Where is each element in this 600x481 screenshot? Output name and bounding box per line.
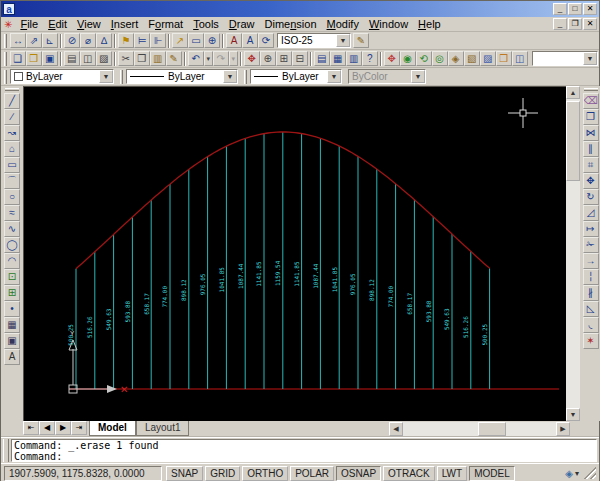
toggle-grid[interactable]: GRID [205,466,240,481]
command-input[interactable]: Command: _.erase 1 found Command: [11,439,597,462]
baseline-dimension-button[interactable]: ⊨ [134,33,150,48]
ellipse-arc-button[interactable]: ◠ [4,253,20,269]
vertical-scrollbar[interactable]: ▲ ▼ [566,86,580,421]
mirror-button[interactable]: ⋈ [583,125,599,141]
paste-button[interactable]: ▥ [150,51,166,66]
diameter-dimension-button[interactable]: ⌀ [80,33,96,48]
command-window-grip[interactable] [3,439,9,462]
plot-button[interactable]: ▤ [64,51,80,66]
chevron-down-icon[interactable]: ▼ [327,70,341,83]
maximize-button[interactable]: □ [568,3,582,15]
minimize-button[interactable]: _ [553,3,567,15]
tool-palettes-button[interactable]: ▥ [346,51,362,66]
zoom-window-button[interactable]: ⊞ [276,51,292,66]
ordinate-dimension-button[interactable]: ⊾ [42,33,58,48]
tab-layout1[interactable]: Layout1 [136,421,190,436]
zoom-previous-button[interactable]: ⊟ [292,51,308,66]
orbit-button[interactable]: ⟲ [416,51,432,66]
menu-format[interactable]: Format [143,17,188,31]
extend-button[interactable]: → [583,253,599,269]
dimension-update-button[interactable]: ⟳ [258,33,274,48]
linetype-control-combo[interactable]: ByLayer ▼ [126,69,238,84]
tab-nav-3-icon[interactable]: ⇥ [71,421,87,435]
dimension-text-edit-button[interactable]: A [242,33,258,48]
cut-button[interactable]: ✂ [118,51,134,66]
continue-dimension-button[interactable]: ⊩ [150,33,166,48]
region-button[interactable]: ▣ [4,333,20,349]
undo-list-arrow-button[interactable]: ▾ [204,51,213,66]
spline-button[interactable]: ∿ [4,221,20,237]
pan-hand-button[interactable]: ✥ [384,51,400,66]
toggle-snap[interactable]: SNAP [166,466,203,481]
chevron-down-icon[interactable]: ▼ [336,34,350,47]
tolerance-button[interactable]: ▭ [188,33,204,48]
erase-button[interactable]: ⌫ [583,93,599,109]
zoom-realtime-button[interactable]: ⊕ [260,51,276,66]
redo-button[interactable]: ↷ [213,51,229,66]
rotate-button[interactable]: ↻ [583,189,599,205]
scale-button[interactable]: ◿ [583,205,599,221]
toolbar-grip[interactable] [244,70,247,84]
offset-button[interactable]: ∥ [583,141,599,157]
quick-leader-button[interactable]: ↗ [172,33,188,48]
dimension-edit-button[interactable]: A [226,33,242,48]
break-button[interactable]: ∦ [583,285,599,301]
menu-insert[interactable]: Insert [106,17,144,31]
quickcalc-button[interactable]: ◫ [512,51,528,66]
explode-button[interactable]: ✶ [583,333,599,349]
communication-center-icon[interactable]: ◈ [565,468,573,479]
polyline-button[interactable]: ↝ [4,125,20,141]
doc-minimize-button[interactable]: _ [553,18,567,30]
make-block-button[interactable]: ⊞ [4,285,20,301]
pan-realtime-button[interactable]: ✥ [244,51,260,66]
markup-set-manager-button[interactable]: ❒ [496,51,512,66]
free-orbit-button[interactable]: ◎ [432,51,448,66]
properties-palette-button[interactable]: ▤ [314,51,330,66]
menu-window[interactable]: Window [364,17,413,31]
tab-model[interactable]: Model [89,421,136,436]
line-button[interactable]: ╱ [4,93,20,109]
menu-file[interactable]: File [15,17,43,31]
polygon-button[interactable]: ⌂ [4,141,20,157]
array-button[interactable]: ⌗ [583,157,599,173]
menu-edit[interactable]: Edit [43,17,72,31]
match-properties-button[interactable]: ✎ [166,51,182,66]
open-button[interactable]: ❒ [26,51,42,66]
menu-draw[interactable]: Draw [224,17,260,31]
dimension-style-button[interactable]: ✎ [353,33,369,48]
resize-grip[interactable] [584,467,596,479]
chevron-down-icon[interactable]: ▼ [583,52,597,65]
rectangle-button[interactable]: ▭ [4,157,20,173]
chevron-down-icon[interactable]: ▼ [99,70,113,83]
radius-dimension-button[interactable]: ⊘ [64,33,80,48]
tab-nav-0-icon[interactable]: ⇤ [23,421,39,435]
publish-button[interactable]: ▨ [96,51,112,66]
color-control-combo[interactable]: ByLayer ▼ [10,69,114,84]
toolbar-grip[interactable] [4,70,7,84]
trim-button[interactable]: ✁ [583,237,599,253]
toggle-ortho[interactable]: ORTHO [242,466,288,481]
horizontal-scrollbar[interactable]: ◀ ▶ [389,422,570,436]
tray-settings-arrow-icon[interactable]: ▾ [575,469,579,478]
vertical-scroll-thumb[interactable] [566,101,580,181]
toolbar-grip[interactable] [120,70,123,84]
menu-tools[interactable]: Tools [188,17,224,31]
arc-button[interactable]: ⌒ [4,173,20,189]
angular-dimension-button[interactable]: ∆ [96,33,112,48]
lineweight-control-combo[interactable]: ByLayer ▼ [250,69,342,84]
title-bar[interactable]: a _ □ ✕ [1,1,599,17]
horizontal-scroll-thumb[interactable] [478,422,506,436]
undo-button[interactable]: ↶ [188,51,204,66]
quick-dimension-button[interactable]: ⚑ [118,33,134,48]
toolbar-grip[interactable] [4,34,7,48]
break-at-point-button[interactable]: ╎ [583,269,599,285]
multiline-text-button[interactable]: A [4,349,20,365]
toggle-osnap[interactable]: OSNAP [336,466,381,481]
stretch-button[interactable]: ↦ [583,221,599,237]
close-button[interactable]: ✕ [583,3,597,15]
revision-cloud-button[interactable]: ≈ [4,205,20,221]
zoom-object-button[interactable]: ◉ [400,51,416,66]
toolbar-grip[interactable] [4,52,7,66]
insert-block-button[interactable]: ⊡ [4,269,20,285]
search-combo[interactable]: ▼ [532,51,598,66]
